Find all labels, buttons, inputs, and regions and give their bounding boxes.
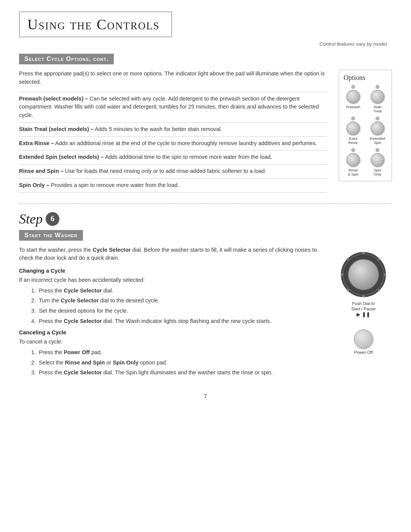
option-btn-extra-rinse: ExtraRinse <box>342 117 364 145</box>
option-btn-rinse-spin: Rinse& Spin <box>342 148 364 177</box>
svg-point-3 <box>362 252 365 254</box>
power-off-button <box>354 329 373 348</box>
option-label-extra-rinse: ExtraRinse <box>349 136 358 145</box>
step6-intro: To start the washer, press the Cycle Sel… <box>19 246 323 263</box>
dial-play-pause-icon: ▶ ❚❚ <box>357 312 370 317</box>
svg-point-9 <box>347 289 349 291</box>
svg-point-6 <box>384 273 386 276</box>
options-grid: Prewash StainTreat ExtraRinse <box>342 85 389 176</box>
dial-svg <box>339 250 388 299</box>
title-using: Using the Controls <box>27 16 160 32</box>
option-circle-stain-treat <box>371 90 384 104</box>
canceling-cycle-heading: Canceling a Cycle <box>19 329 323 335</box>
canceling-cycle-intro: To cancel a cycle: <box>19 338 323 346</box>
list-item: 1. Press the Cycle Selector dial. <box>31 286 323 296</box>
changing-cycle-intro: If an incorrect cycle has been accidenta… <box>19 276 323 284</box>
option-label-prewash: Prewash <box>346 105 360 109</box>
option-indicator-spin-only <box>376 148 379 152</box>
option-indicator-extended-spin <box>376 117 379 120</box>
option-btn-spin-only: SpinOnly <box>366 148 389 177</box>
option-indicator-prewash <box>351 85 355 89</box>
option-circle-rinse-spin <box>346 153 360 167</box>
option-btn-extended-spin: ExtendedSpin <box>366 117 389 145</box>
canceling-cycle-list: 1. Press the Power Off pad. 2. Select th… <box>26 348 323 377</box>
svg-point-10 <box>378 289 380 291</box>
svg-point-4 <box>362 295 365 297</box>
list-item: 3. Set the desired options for the cycle… <box>31 306 323 316</box>
power-off-label: Power Off <box>354 350 373 355</box>
option-rinse-and-spin: Rinse and Spin – Use for loads that need… <box>19 164 327 178</box>
option-circle-prewash <box>346 90 360 104</box>
section1-text-column: Press the appropriate pad(s) to select o… <box>19 70 327 193</box>
option-extra-rinse: Extra Rinse – Adds an additional rinse a… <box>19 136 327 150</box>
step6-text-column: To start the washer, press the Cycle Sel… <box>19 246 323 381</box>
changing-cycle-heading: Changing a Cycle <box>19 268 323 274</box>
dial-area: Push Dial toStart / Pause ▶ ❚❚ Power Off <box>335 246 392 381</box>
option-label-rinse-spin: Rinse& Spin <box>348 168 358 177</box>
dial-diagram <box>339 250 388 299</box>
svg-point-7 <box>347 258 349 260</box>
control-note: Control features vary by model. <box>19 41 388 47</box>
list-item: 3. Press the Cycle Selector dial. The Sp… <box>31 368 323 377</box>
option-indicator-extra-rinse <box>351 117 355 120</box>
option-circle-extended-spin <box>371 121 384 135</box>
section1-intro: Press the appropriate pad(s) to select o… <box>19 70 327 86</box>
options-diagram-column: Options Prewash StainTreat <box>339 70 392 193</box>
option-label-stain-treat: StainTreat <box>373 105 382 113</box>
step6-heading-text: Start the Washer <box>24 232 78 238</box>
list-item: 2. Select the Rinse and Spin or Spin Onl… <box>31 358 323 367</box>
power-off-area: Power Off <box>354 329 373 355</box>
option-circle-spin-only <box>371 153 384 167</box>
page-wrapper: Using the Controls Control features vary… <box>0 0 411 532</box>
section1-heading: Select Cycle Options, cont. <box>19 54 114 64</box>
option-btn-prewash: Prewash <box>342 85 364 113</box>
option-label-extended-spin: ExtendedSpin <box>370 136 385 145</box>
header-title-box: Using the Controls <box>19 11 172 37</box>
dial-label: Push Dial toStart / Pause ▶ ❚❚ <box>351 301 376 318</box>
options-diagram: Options Prewash StainTreat <box>339 70 392 181</box>
option-btn-stain-treat: StainTreat <box>366 85 389 113</box>
option-spin-only: Spin Only – Provides a spin to remove mo… <box>19 178 327 193</box>
option-label-spin-only: SpinOnly <box>374 168 381 177</box>
page-number: 7 <box>19 393 392 399</box>
option-circle-extra-rinse <box>346 121 360 135</box>
step-label: Step <box>19 211 43 227</box>
list-item: 2. Turn the Cycle Selector dial to the d… <box>31 296 323 305</box>
option-extended-spin: Extended Spin (select models) – Adds add… <box>19 150 327 164</box>
page-title: Using the Controls <box>27 16 160 33</box>
option-indicator-rinse-spin <box>351 148 355 152</box>
section1-content: Press the appropriate pad(s) to select o… <box>19 70 392 193</box>
options-diagram-title: Options <box>342 74 389 82</box>
option-stain-treat: Stain Treat (select models) – Adds 5 min… <box>19 122 327 136</box>
step6-heading: Start the Washer <box>19 230 83 241</box>
option-indicator-stain-treat <box>376 85 379 89</box>
changing-cycle-list: 1. Press the Cycle Selector dial. 2. Tur… <box>26 286 323 326</box>
step-number-circle: 6 <box>46 212 59 226</box>
option-prewash: Prewash (select models) – Can be selecte… <box>19 92 327 122</box>
list-item: 4. Press the Cycle Selector dial. The Wa… <box>31 316 323 326</box>
section-divider <box>19 203 392 204</box>
svg-point-8 <box>378 258 380 260</box>
svg-point-5 <box>341 273 343 276</box>
step6-header-row: Step 6 <box>19 211 392 227</box>
list-item: 1. Press the Power Off pad. <box>31 348 323 357</box>
step6-content: To start the washer, press the Cycle Sel… <box>19 246 392 381</box>
svg-point-2 <box>348 259 379 290</box>
